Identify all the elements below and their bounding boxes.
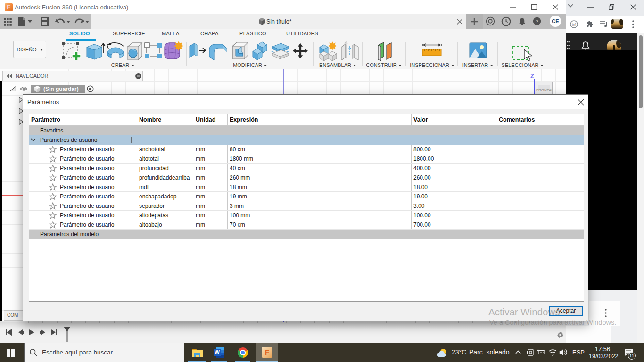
svg-text:@: @ <box>572 22 576 27</box>
svg-text:?: ? <box>536 19 538 24</box>
